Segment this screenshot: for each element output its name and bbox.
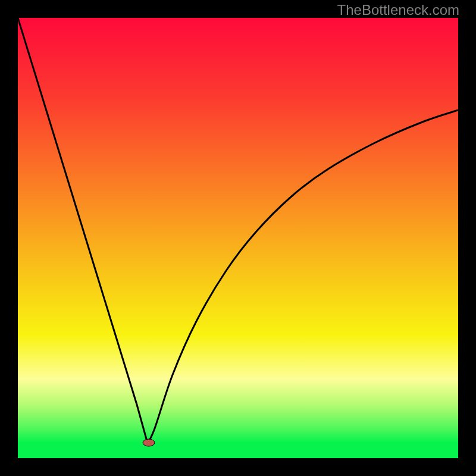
gradient-background	[18, 18, 458, 458]
minimum-marker	[143, 439, 155, 446]
chart-svg	[18, 18, 458, 458]
plot-area	[18, 18, 458, 458]
watermark-text: TheBottleneck.com	[337, 2, 459, 18]
